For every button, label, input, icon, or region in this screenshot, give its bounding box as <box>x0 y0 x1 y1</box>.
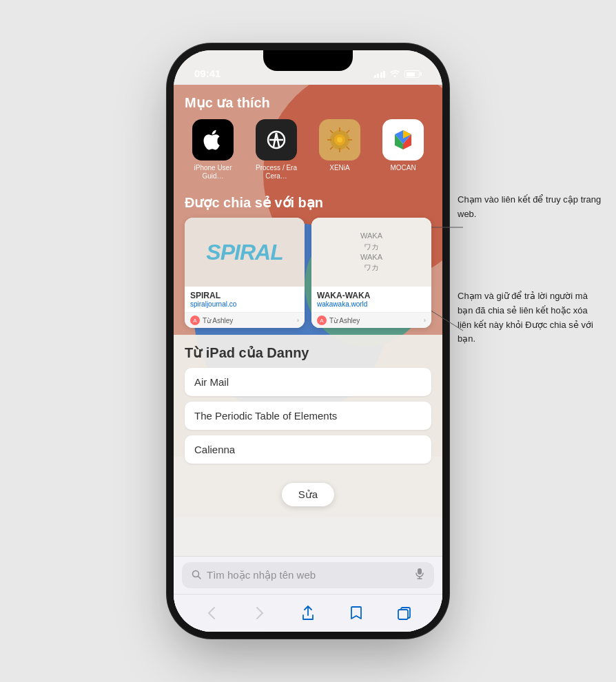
shared-card-waka[interactable]: WAKAワカWAKAワカ WAKA-WAKA wakawaka.world A … <box>311 218 431 328</box>
spiral-url: spiraljournal.co <box>190 300 299 308</box>
waka-name: WAKA-WAKA <box>317 291 426 300</box>
from-avatar-2: A <box>317 316 327 325</box>
bookmarks-button[interactable] <box>344 601 369 626</box>
fav-label-apple: iPhone User Guid… <box>191 164 236 180</box>
waka-from-label: Từ Ashley <box>329 317 360 324</box>
waka-info: WAKA-WAKA wakawaka.world <box>311 287 431 312</box>
danny-item-periodic[interactable]: The Periodic Table of Elements <box>185 402 431 430</box>
spiral-from[interactable]: A Từ Ashley › <box>185 312 305 328</box>
waka-url: wakawaka.world <box>317 300 426 308</box>
spiral-name: SPIRAL <box>190 291 299 300</box>
spiral-info: SPIRAL spiraljournal.co <box>185 287 305 312</box>
phone-inner: 09:41 <box>174 50 442 632</box>
shared-section: Được chia sẻ với bạn SPIRAL SPIRAL spira… <box>174 187 442 335</box>
signal-icon <box>374 71 386 78</box>
shared-title: Được chia sẻ với bạn <box>174 187 442 218</box>
forward-button[interactable] <box>247 601 272 626</box>
search-icon <box>192 570 201 581</box>
danny-item-calienna[interactable]: Calienna <box>185 435 431 464</box>
spiral-from-label: Từ Ashley <box>203 317 233 324</box>
scene: 09:41 <box>0 0 616 682</box>
tabs-button[interactable] <box>392 601 417 626</box>
svg-rect-17 <box>418 568 422 575</box>
notch <box>263 50 353 71</box>
main-content: Mục ưa thích iPhone User Guid… <box>174 85 442 632</box>
edit-button[interactable]: Sửa <box>282 483 334 506</box>
search-bar-container: Tìm hoặc nhập tên web <box>174 556 442 594</box>
status-icons <box>374 69 422 79</box>
svg-line-11 <box>330 130 333 133</box>
back-button[interactable] <box>199 601 224 626</box>
svg-line-12 <box>347 147 349 149</box>
status-time: 09:41 <box>194 68 220 79</box>
waka-preview-text: WAKAワカWAKAワカ <box>360 231 382 273</box>
shared-cards: SPIRAL SPIRAL spiraljournal.co A Từ Ashl… <box>174 218 442 335</box>
fav-icon-xenia <box>319 119 360 161</box>
share-button[interactable] <box>296 601 320 626</box>
from-avatar-1: A <box>190 316 200 325</box>
fav-icon-mocan <box>382 119 424 161</box>
fav-item-apple[interactable]: iPhone User Guid… <box>185 119 241 180</box>
phone-frame: 09:41 <box>174 50 442 632</box>
danny-title: Từ iPad của Danny <box>185 344 431 361</box>
callout-1: Chạm vào liên kết để truy cập trang web. <box>458 193 602 222</box>
favorites-title: Mục ưa thích <box>185 94 431 111</box>
svg-rect-20 <box>398 610 408 619</box>
callout-2: Chạm và giữ để trả lời người mà bạn đã c… <box>458 289 602 347</box>
fav-label-xenia: XENiA <box>329 164 349 172</box>
danny-item-airmail[interactable]: Air Mail <box>185 368 431 396</box>
spiral-chevron-icon: › <box>297 317 299 324</box>
fav-label-mocan: MOCAN <box>390 164 415 172</box>
favorites-section: Mục ưa thích iPhone User Guid… <box>174 85 442 187</box>
danny-section: Từ iPad của Danny Air Mail The Periodic … <box>174 335 442 476</box>
svg-point-6 <box>337 137 342 143</box>
search-bar[interactable]: Tìm hoặc nhập tên web <box>182 562 434 588</box>
waka-chevron-icon: › <box>424 317 426 324</box>
battery-icon <box>404 70 422 78</box>
bottom-toolbar <box>174 594 442 632</box>
wifi-icon <box>389 69 400 79</box>
shared-card-spiral[interactable]: SPIRAL SPIRAL spiraljournal.co A Từ Ashl… <box>185 218 305 328</box>
fav-icon-apple <box>192 119 234 161</box>
search-placeholder: Tìm hoặc nhập tên web <box>207 569 409 581</box>
fav-item-mocan[interactable]: MOCAN <box>375 119 431 180</box>
waka-from[interactable]: A Từ Ashley › <box>311 312 431 328</box>
spiral-preview: SPIRAL <box>185 218 305 287</box>
favorites-grid: iPhone User Guid… P <box>185 119 431 180</box>
fav-icon-process <box>256 119 297 161</box>
edit-button-container: Sửa <box>174 476 442 517</box>
fav-item-xenia[interactable]: XENiA <box>311 119 368 180</box>
svg-line-14 <box>330 147 333 149</box>
svg-line-13 <box>347 130 349 133</box>
waka-preview: WAKAワカWAKAワカ <box>311 218 431 287</box>
svg-line-16 <box>198 576 201 579</box>
fav-label-process: Process / Era Cera… <box>254 164 299 180</box>
mic-icon[interactable] <box>415 568 424 583</box>
fav-item-process[interactable]: Process / Era Cera… <box>248 119 305 180</box>
